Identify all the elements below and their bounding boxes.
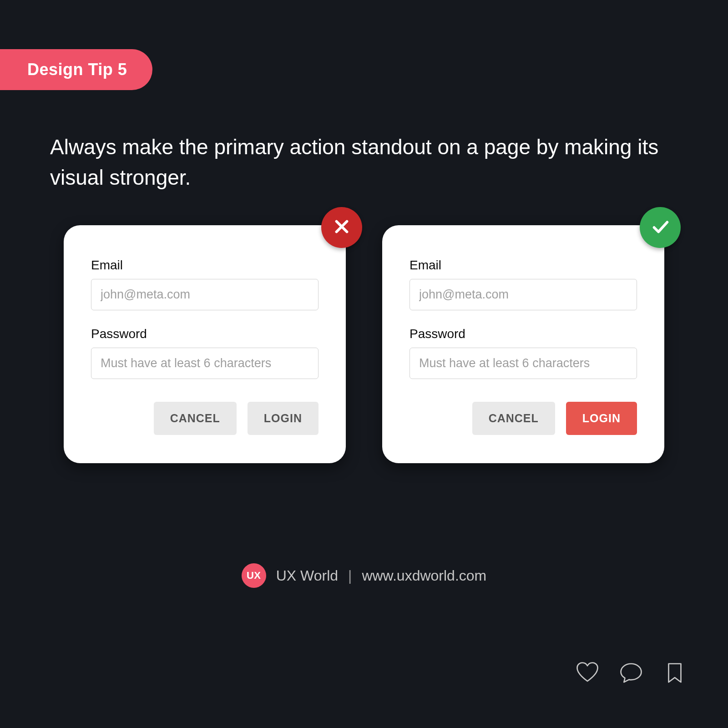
email-field-group: Email bbox=[91, 258, 318, 310]
ux-logo-text: UX bbox=[247, 570, 261, 581]
password-input[interactable] bbox=[410, 348, 637, 379]
cancel-button[interactable]: CANCEL bbox=[154, 402, 237, 435]
login-button[interactable]: LOGIN bbox=[566, 402, 637, 435]
bookmark-icon[interactable] bbox=[662, 661, 687, 687]
credit-footer: UX UX World | www.uxdworld.com bbox=[0, 563, 728, 588]
check-icon bbox=[650, 216, 671, 239]
email-label: Email bbox=[410, 258, 637, 273]
example-card-good: Email Password CANCEL LOGIN bbox=[382, 225, 664, 463]
password-label: Password bbox=[91, 327, 318, 341]
cancel-button[interactable]: CANCEL bbox=[472, 402, 555, 435]
design-tip-tag-label: Design Tip 5 bbox=[27, 60, 127, 79]
credit-brand: UX World bbox=[276, 567, 338, 584]
heart-icon[interactable] bbox=[575, 661, 600, 687]
cross-icon bbox=[331, 216, 352, 239]
password-label: Password bbox=[410, 327, 637, 341]
comment-icon[interactable] bbox=[619, 661, 643, 687]
email-input[interactable] bbox=[410, 279, 637, 310]
social-icons bbox=[575, 661, 687, 687]
email-field-group: Email bbox=[410, 258, 637, 310]
login-button[interactable]: LOGIN bbox=[248, 402, 318, 435]
email-label: Email bbox=[91, 258, 318, 273]
password-field-group: Password bbox=[91, 327, 318, 379]
button-row: CANCEL LOGIN bbox=[91, 402, 318, 435]
ux-logo: UX bbox=[242, 563, 266, 588]
password-field-group: Password bbox=[410, 327, 637, 379]
credit-separator: | bbox=[348, 567, 352, 584]
status-badge-good bbox=[640, 207, 681, 248]
email-input[interactable] bbox=[91, 279, 318, 310]
credit-url: www.uxdworld.com bbox=[362, 567, 486, 584]
design-tip-tag: Design Tip 5 bbox=[0, 49, 152, 90]
headline-text: Always make the primary action standout … bbox=[50, 132, 678, 192]
status-badge-bad bbox=[321, 207, 362, 248]
example-cards-row: Email Password CANCEL LOGIN Email Passwo… bbox=[64, 225, 664, 463]
example-card-bad: Email Password CANCEL LOGIN bbox=[64, 225, 346, 463]
password-input[interactable] bbox=[91, 348, 318, 379]
button-row: CANCEL LOGIN bbox=[410, 402, 637, 435]
